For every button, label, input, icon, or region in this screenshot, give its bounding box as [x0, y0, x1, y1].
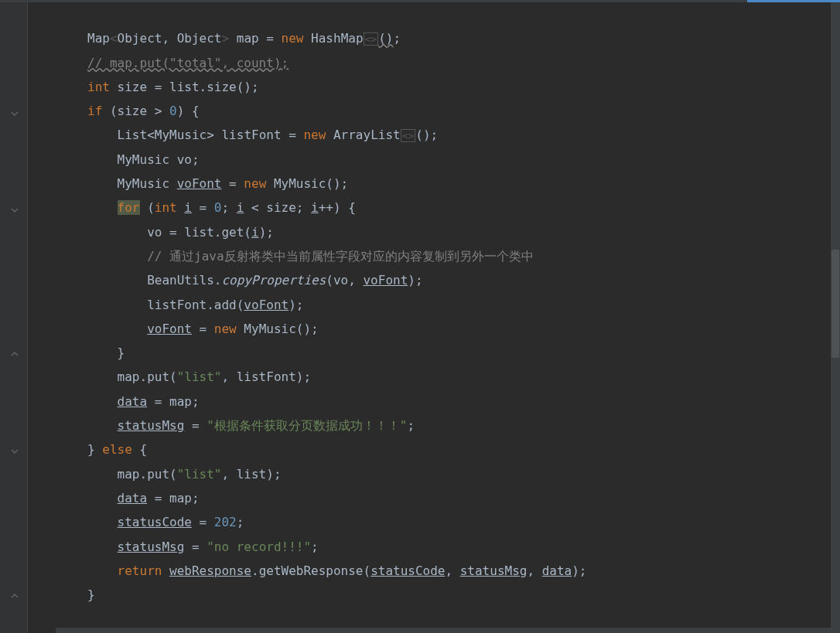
code-token: = [192, 200, 214, 215]
code-token: .getWebResponse( [251, 563, 370, 578]
code-token: if [87, 104, 110, 118]
code-line: Map<Object, Object> map = new HashMap<>(… [28, 26, 840, 50]
horizontal-scrollbar[interactable] [56, 628, 831, 633]
code-token: MyMusic(); [244, 322, 318, 336]
code-token: > [221, 31, 229, 46]
editor-gutter[interactable] [0, 2, 28, 633]
code-editor[interactable]: Map<Object, Object> map = new HashMap<>(… [28, 2, 840, 633]
code-token: (); [415, 128, 438, 142]
code-token: , [445, 563, 459, 578]
fold-collapse-icon[interactable] [9, 205, 20, 216]
code-token: } [118, 345, 125, 360]
code-token: ); [408, 273, 422, 288]
code-token: statusMsg [118, 418, 185, 433]
code-line: voFont = new MyMusic(); [28, 317, 840, 341]
code-token: = [221, 176, 244, 191]
code-token: statusCode [370, 563, 445, 578]
vertical-scrollbar[interactable] [831, 2, 840, 633]
code-token: = [192, 515, 214, 529]
code-token: size = list.size(); [118, 80, 259, 94]
code-token: List [118, 128, 148, 142]
code-token: statusMsg [460, 563, 528, 578]
code-line: data = map; [28, 486, 840, 510]
code-token: <> [401, 129, 416, 142]
code-token: map.put( [118, 467, 177, 482]
code-token: statusCode [118, 515, 192, 529]
fold-expand-icon[interactable] [9, 349, 20, 359]
code-token: "list" [177, 369, 222, 384]
code-line: for (int i = 0; i < size; i++) { [28, 196, 840, 220]
code-token: (size [110, 104, 155, 118]
code-token: map = [229, 31, 281, 46]
code-token: ) { [177, 104, 200, 118]
code-token: voFont [363, 273, 408, 288]
code-line: statusMsg = "no record!!!"; [28, 535, 840, 559]
code-token: "no record!!!" [207, 539, 311, 554]
code-token: = [184, 418, 207, 433]
code-token: HashMap [311, 31, 363, 46]
code-token: = map; [147, 394, 199, 409]
code-token: new [214, 322, 244, 336]
code-token: // 通过java反射将类中当前属性字段对应的内容复制到另外一个类中 [147, 249, 533, 264]
code-token: voFont [147, 322, 192, 336]
code-token: ; [393, 31, 401, 46]
code-line: map.put("list", listFont); [28, 365, 840, 389]
code-token: for [118, 200, 140, 215]
code-line [28, 2, 840, 26]
code-token: "根据条件获取分页数据成功！！！" [207, 418, 407, 433]
code-token: = [192, 322, 214, 336]
code-line: List<MyMusic> listFont = new ArrayList<>… [28, 123, 840, 147]
code-token: , [527, 563, 541, 578]
code-token: data [118, 394, 148, 409]
code-line: MyMusic voFont = new MyMusic(); [28, 172, 840, 196]
code-token: listFont.add( [147, 298, 244, 312]
code-token: > [207, 128, 214, 142]
code-token: } [87, 587, 95, 602]
code-token: , listFont); [221, 369, 311, 384]
code-line: } [28, 341, 840, 365]
code-token: = map; [147, 491, 199, 505]
code-token: { [140, 442, 148, 457]
code-token: "list" [177, 467, 222, 482]
code-token: i [251, 225, 259, 240]
code-token: new [282, 31, 312, 46]
code-token: ArrayList [333, 128, 401, 142]
code-token: } [87, 442, 102, 457]
fold-collapse-icon[interactable] [9, 108, 20, 119]
code-token: Object [118, 31, 162, 46]
fold-collapse-icon[interactable] [9, 446, 20, 457]
code-token: else [102, 442, 139, 457]
scroll-thumb[interactable] [831, 250, 839, 358]
code-token: MyMusic [155, 128, 207, 142]
code-token: ); [289, 298, 303, 312]
code-token: new [303, 128, 333, 142]
code-token: MyMusic(); [274, 176, 348, 191]
code-token: return [118, 563, 169, 578]
code-token: ); [572, 563, 586, 578]
code-token: < [110, 31, 118, 46]
code-token: ; [407, 418, 415, 433]
code-line: data = map; [28, 390, 840, 413]
code-token: voFont [177, 176, 222, 191]
code-token: i [237, 200, 244, 215]
code-line: map.put("list", list); [28, 462, 840, 486]
code-token: MyMusic [118, 176, 177, 191]
code-token: () [378, 31, 393, 46]
code-token: 0 [169, 104, 177, 118]
code-line: MyMusic vo; [28, 148, 840, 172]
code-token: int [155, 200, 185, 215]
code-token: Map [87, 31, 110, 46]
fold-expand-icon[interactable] [9, 590, 20, 601]
code-token: , [162, 31, 169, 46]
code-token: BeanUtils. [147, 273, 221, 288]
code-token: 202 [214, 515, 237, 529]
code-token: new [244, 176, 274, 191]
code-line: if (size > 0) { [28, 99, 840, 123]
code-token: < [147, 128, 155, 142]
code-token: ++) { [319, 200, 356, 215]
code-token: < size; [244, 200, 311, 215]
code-token: i [311, 200, 319, 215]
code-token: data [118, 491, 148, 505]
code-token: webResponse [169, 563, 251, 578]
code-line: statusCode = 202; [28, 510, 840, 534]
